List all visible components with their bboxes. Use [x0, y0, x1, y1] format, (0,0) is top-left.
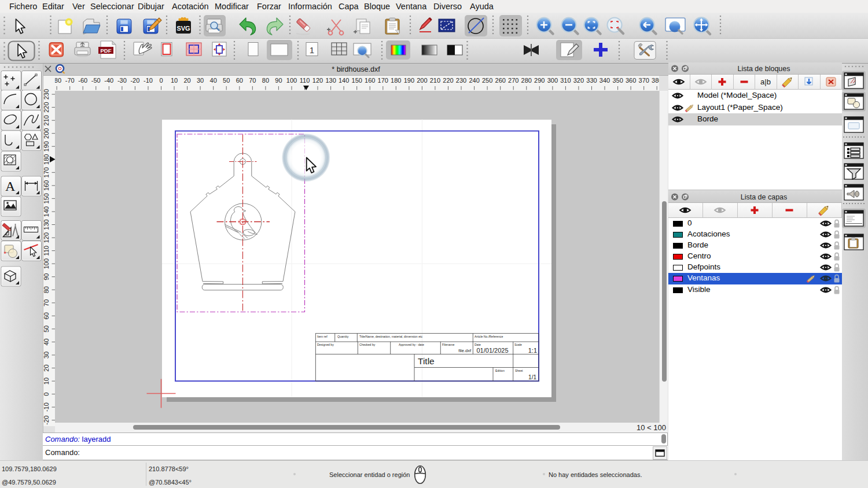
svg-text:260: 260 [495, 77, 506, 84]
svg-text:Sheet: Sheet [515, 369, 523, 372]
svg-text:-60: -60 [78, 77, 87, 84]
svg-text:280: 280 [521, 77, 532, 84]
svg-text:100: 100 [286, 77, 297, 84]
svg-text:240: 240 [469, 77, 479, 84]
svg-text:10: 10 [43, 378, 50, 385]
svg-text:-50: -50 [91, 77, 101, 84]
svg-text:-70: -70 [65, 77, 75, 84]
svg-text:1: 1 [310, 45, 314, 55]
svg-text:160: 160 [43, 180, 50, 191]
svg-text:170: 170 [378, 77, 388, 84]
svg-text:0: 0 [159, 77, 163, 84]
svg-text:Article No./Reference: Article No./Reference [475, 335, 503, 338]
svg-text:40: 40 [210, 77, 217, 84]
svg-text:Quantity: Quantity [337, 335, 349, 338]
svg-text:1:1: 1:1 [528, 347, 537, 354]
svg-text:210: 210 [430, 77, 440, 84]
svg-text:file.dxf: file.dxf [458, 348, 472, 353]
svg-text:70: 70 [43, 300, 50, 306]
svg-text:180: 180 [43, 154, 50, 165]
svg-text:Edition: Edition [495, 369, 505, 372]
svg-text:Filename: Filename [442, 343, 454, 346]
svg-text:90: 90 [43, 273, 50, 280]
svg-text:-80: -80 [52, 77, 61, 84]
svg-text:200: 200 [43, 128, 50, 139]
svg-text:150: 150 [43, 193, 50, 204]
svg-text:330: 330 [586, 77, 597, 84]
svg-text:110: 110 [43, 246, 50, 256]
svg-text:Designed by: Designed by [317, 343, 334, 346]
svg-text:360: 360 [626, 77, 636, 84]
svg-text:210: 210 [43, 115, 50, 125]
svg-text:0: 0 [43, 393, 50, 396]
svg-text:A: A [5, 179, 16, 194]
svg-text:190: 190 [404, 77, 414, 84]
svg-text:160: 160 [365, 77, 375, 84]
svg-text:220: 220 [443, 77, 453, 84]
svg-text:120: 120 [312, 77, 323, 84]
svg-text:SVG: SVG [176, 25, 190, 32]
svg-text:190: 190 [43, 141, 50, 151]
svg-text:140: 140 [43, 206, 50, 217]
svg-text:-40: -40 [104, 77, 113, 84]
svg-text:250: 250 [482, 77, 492, 84]
svg-text:Checked by: Checked by [359, 343, 376, 346]
svg-text:50: 50 [223, 77, 230, 84]
svg-text:380: 380 [652, 77, 662, 84]
svg-text:110: 110 [300, 77, 310, 84]
svg-text:220: 220 [43, 102, 50, 112]
svg-text:130: 130 [43, 219, 50, 230]
svg-text:130: 130 [325, 77, 336, 84]
svg-text:20: 20 [183, 77, 190, 84]
svg-text:01/01/2025: 01/01/2025 [476, 347, 508, 354]
svg-text:340: 340 [599, 77, 610, 84]
svg-text:30: 30 [43, 352, 50, 358]
svg-text:PDF: PDF [101, 47, 112, 54]
svg-text:370: 370 [639, 77, 649, 84]
svg-text:10: 10 [171, 77, 178, 84]
svg-text:200: 200 [417, 77, 427, 84]
svg-text:120: 120 [43, 232, 50, 243]
svg-text:140: 140 [339, 77, 349, 84]
svg-text:230: 230 [456, 77, 466, 84]
svg-text:100: 100 [43, 258, 50, 269]
svg-text:20: 20 [43, 364, 50, 371]
svg-text:310: 310 [560, 77, 571, 84]
svg-text:40: 40 [43, 338, 50, 345]
svg-text:Title: Title [418, 356, 435, 366]
svg-text:Item ref: Item ref [317, 335, 328, 338]
svg-text:90: 90 [275, 77, 282, 84]
svg-text:350: 350 [612, 77, 623, 84]
svg-text:180: 180 [391, 77, 401, 84]
svg-text:-30: -30 [117, 77, 127, 84]
svg-text:270: 270 [508, 77, 518, 84]
svg-text:320: 320 [573, 77, 584, 84]
svg-text:70: 70 [249, 77, 256, 84]
svg-text:-20: -20 [130, 77, 139, 84]
svg-text:80: 80 [262, 77, 269, 84]
svg-text:60: 60 [43, 312, 50, 319]
svg-text:Scale: Scale [514, 343, 522, 346]
svg-text:290: 290 [534, 77, 545, 84]
svg-text:80: 80 [43, 286, 50, 293]
svg-text:170: 170 [43, 167, 50, 178]
svg-text:50: 50 [43, 326, 50, 332]
svg-text:60: 60 [236, 77, 243, 84]
svg-text:Title/Name, destination, mater: Title/Name, destination, material, dimen… [359, 335, 422, 338]
svg-text:-10: -10 [43, 402, 50, 412]
svg-text:30: 30 [197, 77, 204, 84]
svg-text:300: 300 [547, 77, 558, 84]
svg-text:Date: Date [475, 343, 481, 346]
svg-text:-10: -10 [144, 77, 153, 84]
svg-text:-20: -20 [43, 416, 50, 425]
svg-text:Approved by - date: Approved by - date [399, 343, 424, 346]
svg-text:150: 150 [352, 77, 362, 84]
svg-text:1/1: 1/1 [528, 374, 536, 380]
svg-text:230: 230 [43, 89, 50, 99]
